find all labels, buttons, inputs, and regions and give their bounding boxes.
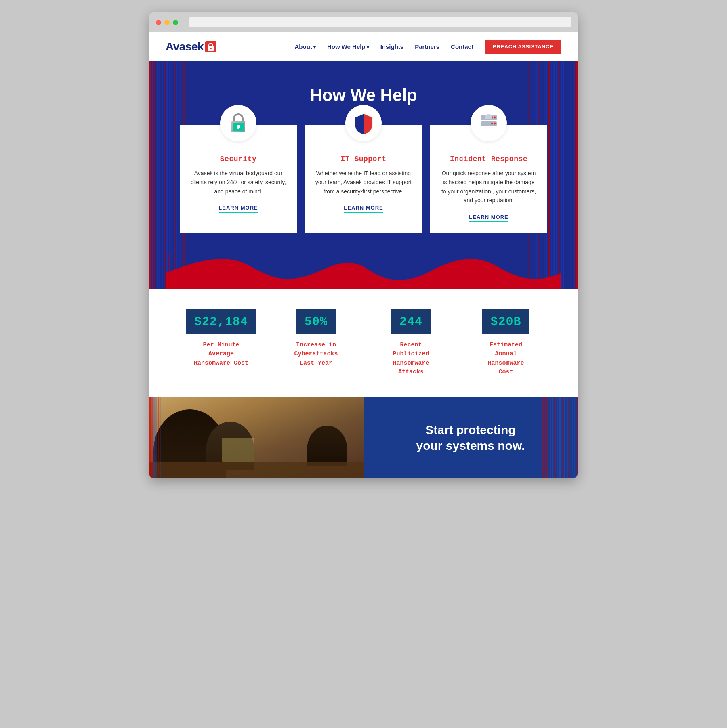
svg-point-12	[491, 123, 493, 125]
stat-value-4: $20B	[490, 315, 521, 329]
browser-titlebar	[149, 12, 578, 32]
svg-point-11	[494, 123, 496, 125]
cta-image	[149, 397, 364, 478]
svg-rect-6	[237, 126, 239, 129]
incident-response-icon-wrap	[471, 105, 507, 141]
close-dot[interactable]	[156, 20, 161, 25]
nav-link-how-we-help[interactable]: How We Help	[327, 43, 369, 50]
security-card: Security Avasek is the virtual bodyguard…	[180, 125, 297, 233]
incident-response-card: Incident Response Our quick response aft…	[430, 125, 547, 233]
it-support-learn-more[interactable]: LEARN MORE	[344, 205, 383, 213]
security-card-title: Security	[189, 155, 287, 163]
hero-section: How We Help	[149, 61, 578, 289]
svg-rect-14	[485, 116, 492, 119]
hero-wave	[166, 253, 561, 289]
stat-badge-1: $22,184	[186, 309, 256, 334]
lock-icon	[228, 112, 248, 134]
cta-right: Start protecting your systems now.	[364, 397, 578, 478]
stat-publicized-attacks: 244 RecentPublicizedRansomwareAttacks	[364, 309, 458, 377]
cta-text-line2: your systems now.	[416, 439, 525, 452]
stat-label-1: Per MinuteAverageRansomware Cost	[174, 341, 269, 368]
security-learn-more[interactable]: LEARN MORE	[219, 205, 258, 213]
stat-cyberattacks: 50% Increase inCyberattacksLast Year	[269, 309, 364, 368]
stats-section: $22,184 Per MinuteAverageRansomware Cost…	[149, 289, 578, 397]
stat-annual-cost: $20B EstimatedAnnualRansomwareCost	[458, 309, 553, 377]
stat-badge-3: 244	[391, 309, 431, 334]
stat-value-3: 244	[399, 315, 422, 329]
stat-value-2: 50%	[305, 315, 328, 329]
minimize-dot[interactable]	[164, 20, 170, 25]
nav-item-insights[interactable]: Insights	[380, 43, 404, 50]
nav-item-partners[interactable]: Partners	[415, 43, 439, 50]
breach-assistance-btn-wrapper[interactable]: BREACH ASSISTANCE	[485, 40, 561, 54]
nav-links: About How We Help Insights Partners Cont…	[295, 40, 562, 54]
stat-label-2: Increase inCyberattacksLast Year	[269, 341, 364, 368]
service-cards: Security Avasek is the virtual bodyguard…	[166, 125, 561, 233]
maximize-dot[interactable]	[173, 20, 178, 25]
cta-text-line1: Start protecting	[425, 423, 515, 436]
server-icon	[478, 113, 500, 133]
incident-response-learn-more[interactable]: LEARN MORE	[469, 214, 508, 222]
nav-link-contact[interactable]: Contact	[451, 43, 473, 50]
incident-response-card-title: Incident Response	[440, 155, 538, 163]
nav-item-how-we-help[interactable]: How We Help	[327, 43, 369, 50]
nav-link-about[interactable]: About	[295, 43, 316, 50]
nav-item-contact[interactable]: Contact	[451, 43, 473, 50]
cta-section: Start protecting your systems now.	[149, 397, 578, 478]
stat-label-4: EstimatedAnnualRansomwareCost	[458, 341, 553, 377]
hero-title: How We Help	[166, 86, 561, 105]
logo-text: Avasek	[166, 40, 204, 53]
incident-response-card-desc: Our quick response after your system is …	[440, 169, 538, 205]
navbar: Avasek About How We Help Insigh	[149, 32, 578, 61]
nav-link-insights[interactable]: Insights	[380, 43, 404, 50]
stat-badge-2: 50%	[296, 309, 336, 334]
stat-value-1: $22,184	[194, 315, 248, 329]
security-icon-wrap	[220, 105, 256, 141]
browser-window: Avasek About How We Help Insigh	[149, 12, 578, 478]
address-bar[interactable]	[189, 17, 571, 27]
svg-point-1	[210, 48, 212, 49]
it-support-card-title: IT Support	[315, 155, 412, 163]
security-card-desc: Avasek is the virtual bodyguard our clie…	[189, 169, 287, 196]
nav-item-about[interactable]: About	[295, 43, 316, 50]
shield-icon	[353, 112, 375, 134]
stat-badge-4: $20B	[482, 309, 529, 334]
cta-text: Start protecting your systems now.	[416, 422, 525, 453]
browser-body: Avasek About How We Help Insigh	[149, 32, 578, 478]
it-support-card-desc: Whether we're the IT lead or assisting y…	[315, 169, 412, 196]
stat-ransomware-cost: $22,184 Per MinuteAverageRansomware Cost	[174, 309, 269, 368]
it-support-icon-wrap	[345, 105, 382, 141]
logo[interactable]: Avasek	[166, 40, 216, 53]
cta-decorative-lines	[542, 397, 578, 478]
breach-assistance-button[interactable]: BREACH ASSISTANCE	[485, 40, 561, 54]
svg-point-9	[494, 117, 496, 119]
nav-link-partners[interactable]: Partners	[415, 43, 439, 50]
it-support-card: IT Support Whether we're the IT lead or …	[305, 125, 422, 233]
logo-icon	[205, 41, 216, 52]
stat-label-3: RecentPublicizedRansomwareAttacks	[364, 341, 458, 377]
